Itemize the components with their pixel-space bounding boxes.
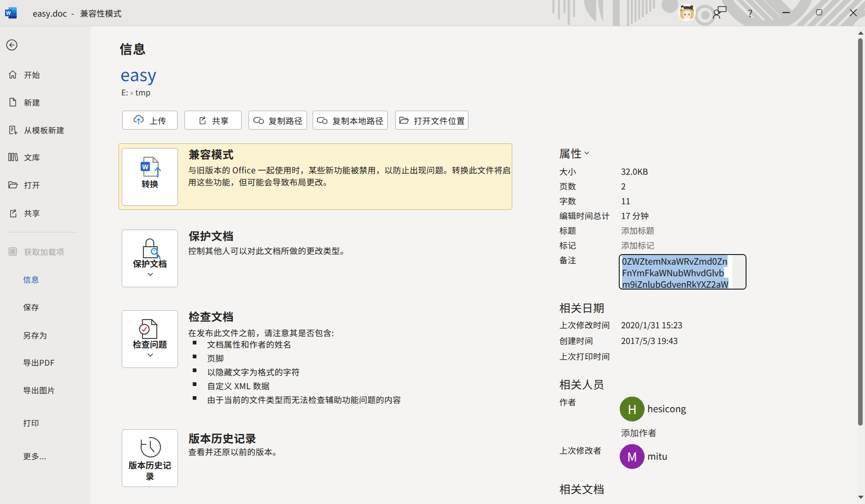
svg-text:W: W: [142, 163, 148, 171]
svg-text:W: W: [6, 10, 11, 16]
